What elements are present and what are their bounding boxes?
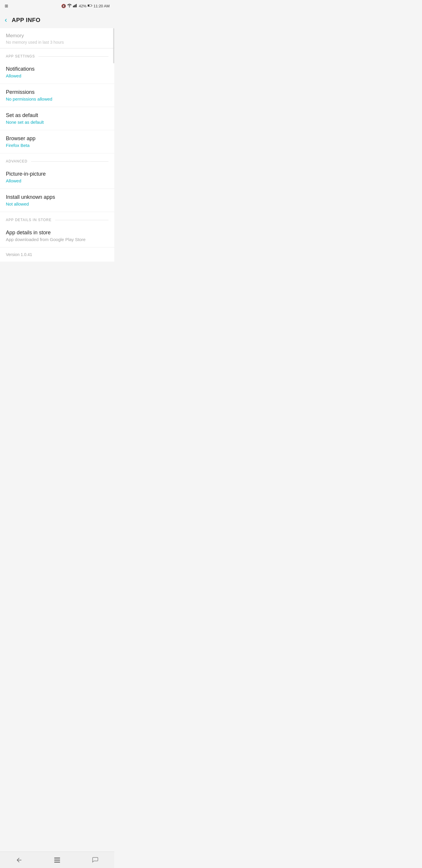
app-details-divider: APP DETAILS IN STORE [0,212,114,224]
bottom-nav [0,851,114,868]
picture-in-picture-item[interactable]: Picture-in-picture Allowed [0,166,114,189]
advanced-divider: ADVANCED [0,153,114,166]
svg-rect-0 [73,6,74,7]
app-details-label: APP DETAILS IN STORE [6,218,52,222]
page-title: APP INFO [12,17,40,24]
recents-nav-button[interactable] [88,853,102,867]
permissions-title: Permissions [6,89,108,95]
memory-subtitle: No memory used in last 3 hours [6,40,108,44]
permissions-item[interactable]: Permissions No permissions allowed [0,84,114,107]
install-unknown-apps-subtitle: Not allowed [6,202,108,207]
memory-title: Memory [6,33,108,39]
app-settings-divider: APP SETTINGS [0,49,114,61]
svg-rect-1 [74,5,75,7]
svg-rect-9 [55,862,60,862]
app-bar: ‹ APP INFO [0,12,114,28]
section-line [38,56,108,57]
back-nav-button[interactable] [12,853,26,867]
set-as-default-item[interactable]: Set as default None set as default [0,107,114,130]
permissions-subtitle: No permissions allowed [6,96,108,101]
app-icon: ⊞ [5,3,8,8]
app-details-store-subtitle: App downloaded from Google Play Store [6,237,108,242]
content: Memory No memory used in last 3 hours AP… [0,28,114,261]
picture-in-picture-subtitle: Allowed [6,178,108,183]
svg-rect-6 [88,5,89,6]
app-details-line [55,220,108,220]
svg-rect-3 [76,4,77,7]
app-details-store-item[interactable]: App details in store App downloaded from… [0,224,114,248]
set-as-default-subtitle: None set as default [6,120,108,125]
back-button[interactable]: ‹ [5,17,7,24]
svg-rect-8 [55,860,60,860]
notifications-item[interactable]: Notifications Allowed [0,61,114,84]
notifications-subtitle: Allowed [6,73,108,78]
time: 11:20 AM [94,4,109,8]
scrollbar[interactable] [113,28,114,63]
browser-app-title: Browser app [6,135,108,142]
status-bar: ⊞ 🔇 42% 11:20 AM [0,0,114,12]
wifi-icon [67,3,72,8]
memory-section: Memory No memory used in last 3 hours [0,28,114,49]
status-bar-right: 🔇 42% 11:20 AM [61,3,109,8]
browser-app-item[interactable]: Browser app Firefox Beta [0,130,114,153]
app-settings-label: APP SETTINGS [6,54,35,58]
signal-icon [73,3,78,8]
status-bar-left: ⊞ [5,3,8,8]
picture-in-picture-title: Picture-in-picture [6,171,108,177]
advanced-line [31,161,108,162]
home-nav-button[interactable] [50,853,64,867]
battery-percent: 42% [79,4,87,8]
browser-app-subtitle: Firefox Beta [6,143,108,148]
app-details-store-title: App details in store [6,229,108,236]
notifications-title: Notifications [6,66,108,72]
advanced-label: ADVANCED [6,159,28,163]
battery-icon [88,4,92,8]
set-as-default-title: Set as default [6,112,108,119]
version-text: Version 1.0.41 [0,248,114,261]
svg-rect-7 [55,858,60,858]
install-unknown-apps-item[interactable]: Install unknown apps Not allowed [0,189,114,212]
mute-icon: 🔇 [61,4,66,8]
svg-rect-2 [75,4,76,7]
svg-rect-5 [92,5,92,6]
install-unknown-apps-title: Install unknown apps [6,194,108,200]
